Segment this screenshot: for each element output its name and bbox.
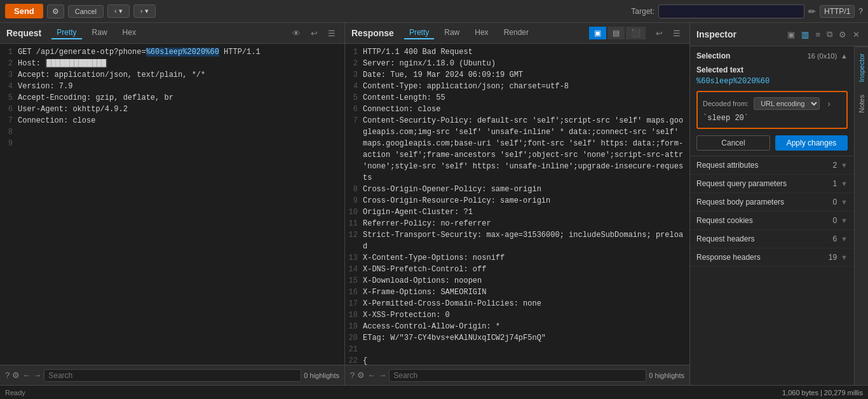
code-line: 21 [345,344,689,355]
request-tab-pretty[interactable]: Pretty [51,27,81,39]
settings-button[interactable]: ⚙ [47,4,64,18]
response-highlights-badge: 0 highlights [649,372,684,379]
request-highlights-badge: 0 highlights [304,372,339,379]
request-footer-back-icon[interactable]: ← [22,370,31,380]
code-line: 3Date: Tue, 19 Mar 2024 06:09:19 GMT [345,69,689,81]
inspector-title: Inspector [696,29,785,39]
inspector-row-body-params[interactable]: Request body parameters 0 ▼ [690,193,854,212]
response-code-area[interactable]: 1HTTP/1.1 400 Bad Request 2Server: nginx… [345,44,689,365]
code-line: 3 Accept: application/json, text/plain, … [0,69,344,81]
code-line: 9 [0,138,344,149]
response-wrap-icon[interactable]: ↩ [653,27,665,39]
response-tab-hex[interactable]: Hex [470,27,493,39]
cancel-button[interactable]: Cancel [68,5,104,18]
apply-changes-button[interactable]: Apply changes [775,135,848,151]
request-footer-help-icon[interactable]: ? [5,370,10,380]
row-chevron-icon: ▼ [841,235,848,243]
inspector-row-cookies[interactable]: Request cookies 0 ▼ [690,212,854,230]
response-tab-pretty[interactable]: Pretty [404,27,434,39]
inspector-vertical-tab[interactable]: Inspector [855,46,868,88]
request-tab-hex[interactable]: Hex [118,27,141,39]
nav-forward-button[interactable]: › ▾ [133,4,156,18]
inspector-close-icon[interactable]: ✕ [851,29,862,41]
code-line: 14X-DNS-Prefetch-Control: off [345,264,689,275]
inspector-row-request-headers[interactable]: Request headers 6 ▼ [690,230,854,248]
notes-vertical-tab[interactable]: Notes [855,88,868,119]
code-line: 15X-Download-Options: noopen [345,275,689,287]
inspector-view-icon1[interactable]: ▣ [785,29,797,41]
inspector-icons: ▣ ▥ ≡ ⧉ ⚙ ✕ [785,28,862,41]
help-icon[interactable]: ? [858,7,863,16]
send-button[interactable]: Send [5,4,43,18]
code-line: 8Cross-Origin-Opener-Policy: same-origin [345,184,689,195]
response-footer-forward-icon[interactable]: → [378,370,386,380]
inspector-row-query-params[interactable]: Request query parameters 1 ▼ [690,175,854,193]
inspector-settings-icon[interactable]: ⚙ [837,29,848,41]
code-line: 6 User-Agent: okhttp/4.9.2 [0,104,344,115]
request-panel-header: Request Pretty Raw Hex 👁 ↩ ☰ [0,23,344,44]
view-toggle-split[interactable]: ▣ [589,27,606,39]
response-panel-title: Response [351,28,394,38]
main-toolbar: Send ⚙ Cancel ‹ ▾ › ▾ Target: ✏ HTTP/1 ? [0,0,868,23]
request-code-area[interactable]: 1 GET /api/generate-otp?phone=%60sleep%2… [0,44,344,365]
inspector-header: Inspector ▣ ▥ ≡ ⧉ ⚙ ✕ [690,23,868,46]
edit-icon[interactable]: ✏ [808,6,816,17]
response-menu-icon[interactable]: ☰ [670,27,683,39]
view-toggle-single[interactable]: ▤ [607,27,625,39]
code-line: 7Content-Security-Policy: default-src 's… [345,115,689,184]
response-search-input[interactable] [389,369,646,382]
request-search-input[interactable] [44,369,301,382]
status-ready: Ready [5,389,782,396]
target-label: Target: [631,7,654,16]
response-footer-back-icon[interactable]: ← [367,370,376,380]
decoded-encoding-dropdown[interactable]: URL encoding [754,97,820,110]
request-wrap-icon[interactable]: ↩ [308,27,320,39]
request-footer-forward-icon[interactable]: → [33,370,41,380]
response-footer-settings-icon[interactable]: ⚙ [357,370,365,380]
host-value: █████████████ [45,59,107,68]
status-info: 1,060 bytes | 20,279 millis [782,389,863,396]
inspector-align-icon[interactable]: ≡ [813,29,822,41]
code-line: 2 Host: █████████████ [0,58,344,69]
selection-chevron-icon: ▲ [841,52,848,60]
selection-header[interactable]: Selection 16 (0x10) ▲ [696,51,848,60]
code-line: 13X-Content-Type-Options: nosniff [345,252,689,264]
nav-back-button[interactable]: ‹ ▾ [107,4,130,18]
response-footer-help-icon[interactable]: ? [350,370,355,380]
inspector-split-icon[interactable]: ⧉ [825,28,834,41]
view-toggle-full[interactable]: ⬛ [626,27,646,39]
selected-text-value: %60sleep%2020%60 [696,77,848,86]
response-panel: Response Pretty Raw Hex Render ▣ ▤ ⬛ ↩ ☰… [345,23,690,385]
code-line: 8 [0,126,344,138]
row-chevron-icon: ▼ [841,217,848,224]
code-line: 17X-Permitted-Cross-Domain-Policies: non… [345,298,689,309]
code-line: 9Cross-Origin-Resource-Policy: same-orig… [345,195,689,206]
main-content: Request Pretty Raw Hex 👁 ↩ ☰ 1 GET /api/… [0,23,868,385]
code-line: 12Strict-Transport-Security: max-age=315… [345,229,689,252]
vertical-tab-strip: Inspector Notes [854,46,868,385]
code-line: 19Access-Control-Allow-Origin: * [345,321,689,332]
code-line: 2Server: nginx/1.18.0 (Ubuntu) [345,58,689,69]
request-footer-settings-icon[interactable]: ⚙ [12,370,20,380]
code-line: 5Content-Length: 55 [345,92,689,104]
selected-text-label: Selected text [696,65,848,74]
selection-count: 16 (0x10) [808,52,837,60]
response-tab-render[interactable]: Render [499,27,534,39]
row-chevron-icon: ▼ [841,254,848,261]
target-input[interactable] [658,4,804,18]
code-line: 1HTTP/1.1 400 Bad Request [345,46,689,58]
inspector-row-request-attributes[interactable]: Request attributes 2 ▼ [690,156,854,175]
cancel-changes-button[interactable]: Cancel [696,135,770,151]
inspector-view-icon2[interactable]: ▥ [799,29,811,41]
request-menu-icon[interactable]: ☰ [325,27,338,39]
decoded-header: Decoded from: URL encoding › [703,97,841,110]
response-tab-raw[interactable]: Raw [439,27,465,39]
response-panel-footer: ? ⚙ ← → 0 highlights [345,365,689,385]
decoded-arrow-icon[interactable]: › [827,98,831,109]
inspector-row-response-headers[interactable]: Response headers 19 ▼ [690,248,854,267]
inspector-panel: Inspector ▣ ▥ ≡ ⧉ ⚙ ✕ Selection 16 (0x10… [690,23,868,385]
request-eye-icon[interactable]: 👁 [290,27,303,39]
request-tab-raw[interactable]: Raw [87,27,112,39]
decoded-box: Decoded from: URL encoding › `sleep 20` [696,91,848,129]
highlighted-text: %60sleep%2020%60 [146,48,219,57]
